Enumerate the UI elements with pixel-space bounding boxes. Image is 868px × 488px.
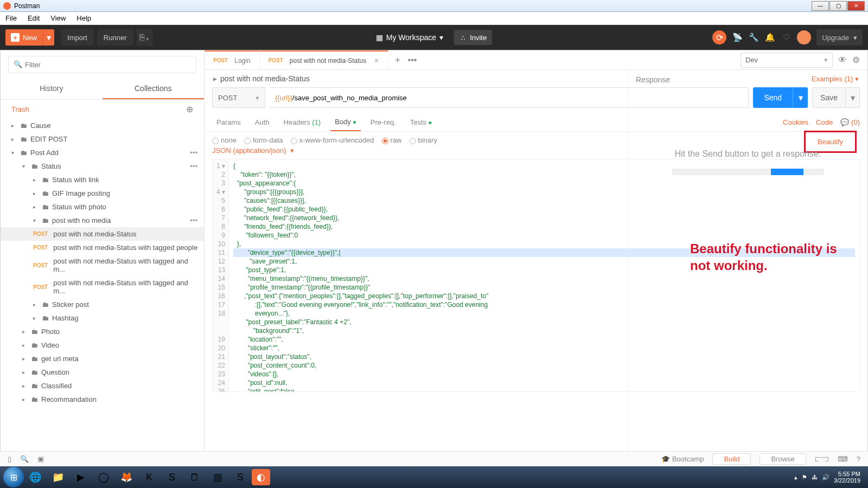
console-icon[interactable]: ▣ xyxy=(37,455,44,463)
tray-network-icon[interactable]: 🖧 xyxy=(812,474,818,480)
item-menu-icon[interactable]: ••• xyxy=(190,216,197,224)
invite-button[interactable]: ⛬Invite xyxy=(454,30,492,45)
two-pane-icon[interactable]: ⫍⫎ xyxy=(815,455,829,463)
taskbar-xampp-icon[interactable]: ▥ xyxy=(206,468,229,486)
bootcamp-link[interactable]: 🎓 Bootcamp xyxy=(661,455,704,463)
minimize-button[interactable]: — xyxy=(812,1,829,11)
folder-item[interactable]: ▸🖿Classified xyxy=(1,379,204,393)
find-icon[interactable]: 🔍 xyxy=(20,455,29,463)
folder-item[interactable]: ▸🖿Status with link xyxy=(1,173,204,187)
folder-item[interactable]: ▾🖿Post Add••• xyxy=(1,146,204,159)
tray-chevron-icon[interactable]: ▴ xyxy=(794,474,797,481)
taskbar-skype-icon[interactable]: S xyxy=(161,468,183,486)
annotation: Beautify functionality is not working. xyxy=(690,240,837,274)
taskbar-media-icon[interactable]: ▶ xyxy=(69,468,92,486)
new-dropdown[interactable]: ▾ xyxy=(42,29,54,46)
tray-flag-icon[interactable]: ⚑ xyxy=(802,474,807,481)
item-menu-icon[interactable]: ••• xyxy=(190,162,197,170)
avatar[interactable] xyxy=(797,30,811,44)
runner-button[interactable]: Runner xyxy=(97,29,133,46)
request-tab-active[interactable]: POST post with not media-Status ✕ xyxy=(260,50,389,69)
new-button[interactable]: +New xyxy=(5,29,42,46)
taskbar-firefox-icon[interactable]: 🦊 xyxy=(115,468,138,486)
eye-icon[interactable]: 👁 xyxy=(838,55,847,65)
menu-view[interactable]: View xyxy=(45,14,71,22)
keyboard-icon[interactable]: ⌨ xyxy=(838,455,848,463)
capture-button[interactable]: ⎘▾ xyxy=(137,29,153,46)
request-item[interactable]: POSTpost with not media-Status xyxy=(1,227,204,241)
tab-auth[interactable]: Auth xyxy=(251,114,274,131)
folder-item[interactable]: ▸🖿Hashtag xyxy=(1,311,204,325)
tab-collections[interactable]: Collections xyxy=(103,79,205,99)
tab-headers[interactable]: Headers (1) xyxy=(279,114,326,131)
new-tab-button[interactable]: + xyxy=(395,55,400,65)
taskbar-postman-icon[interactable]: ◐ xyxy=(252,469,270,485)
request-item[interactable]: POSTpost with not media-Status with tagg… xyxy=(1,254,204,276)
body-xwww[interactable]: x-www-form-urlencoded xyxy=(291,136,374,144)
body-raw[interactable]: raw xyxy=(382,136,402,144)
gear-icon[interactable]: ⚙ xyxy=(852,55,860,65)
folder-item[interactable]: ▸🖿Photo xyxy=(1,325,204,338)
menu-help[interactable]: Help xyxy=(71,14,97,22)
wrench-icon[interactable]: 🔧 xyxy=(748,33,759,42)
folder-item[interactable]: ▾🖿post with no media••• xyxy=(1,214,204,227)
body-binary[interactable]: binary xyxy=(410,136,437,144)
folder-item[interactable]: ▾🖿Status••• xyxy=(1,159,204,173)
folder-item[interactable]: ▸🖿Question xyxy=(1,365,204,379)
trash-link[interactable]: Trash xyxy=(11,105,29,113)
sync-icon[interactable]: ⟳ xyxy=(712,30,726,44)
folder-item[interactable]: ▸🖿Cause xyxy=(1,119,204,132)
browse-toggle[interactable]: Browse xyxy=(760,453,806,465)
start-button[interactable]: ⊞ xyxy=(3,467,24,487)
build-toggle[interactable]: Build xyxy=(712,453,751,465)
collections-tree: ▸🖿Cause▸🖿EDIT POST▾🖿Post Add•••▾🖿Status•… xyxy=(1,119,204,461)
tray-clock[interactable]: 5:55 PM 3/22/2019 xyxy=(834,471,860,484)
tray-volume-icon[interactable]: 🔊 xyxy=(822,474,829,481)
request-tab-login[interactable]: POST Login xyxy=(205,50,260,69)
folder-item[interactable]: ▸🖿Sticker post xyxy=(1,298,204,311)
environment-select[interactable]: Dev▾ xyxy=(741,53,833,68)
satellite-icon[interactable]: 📡 xyxy=(732,33,743,42)
tab-params[interactable]: Params xyxy=(212,114,245,131)
upgrade-button[interactable]: Upgrade▾ xyxy=(816,29,863,46)
taskbar-explorer-icon[interactable]: 📁 xyxy=(47,468,69,486)
close-button[interactable]: ✕ xyxy=(847,1,865,11)
close-icon[interactable]: ✕ xyxy=(374,57,379,65)
sidebar-toggle-icon[interactable]: ▯ xyxy=(8,455,11,463)
tab-options-icon[interactable]: ••• xyxy=(408,55,417,65)
filter-input[interactable] xyxy=(8,56,196,73)
body-none[interactable]: none xyxy=(212,136,237,144)
body-formdata[interactable]: form-data xyxy=(244,136,283,144)
folder-item[interactable]: ▸🖿GIF Image posting xyxy=(1,187,204,200)
folder-item[interactable]: ▸🖿Status with photo xyxy=(1,200,204,214)
tab-prereq[interactable]: Pre-req. xyxy=(366,114,400,131)
windows-taskbar: ⊞ 🌐 📁 ▶ ◯ 🦊 K S 🗒 ▥ S ◐ ▴ ⚑ 🖧 🔊 5:55 PM … xyxy=(0,466,868,488)
tab-history[interactable]: History xyxy=(1,79,103,99)
request-item[interactable]: POSTpost with not media-Status with tagg… xyxy=(1,241,204,254)
folder-item[interactable]: ▸🖿Video xyxy=(1,338,204,352)
taskbar-notes-icon[interactable]: 🗒 xyxy=(183,468,206,486)
method-select[interactable]: POST▾ xyxy=(212,87,265,108)
import-button[interactable]: Import xyxy=(61,29,94,46)
folder-item[interactable]: ▸🖿get url meta xyxy=(1,352,204,365)
main-panel: POST Login POST post with not media-Stat… xyxy=(205,50,867,461)
taskbar-chrome-icon[interactable]: ◯ xyxy=(92,468,115,486)
menu-file[interactable]: File xyxy=(0,14,22,22)
workspace-selector[interactable]: ▦ My Workspace ▾ ⛬Invite xyxy=(376,30,492,45)
folder-item[interactable]: ▸🖿Recommandation xyxy=(1,393,204,406)
taskbar-sublime-icon[interactable]: S xyxy=(229,468,252,486)
taskbar-app-icon[interactable]: K xyxy=(138,468,161,486)
heart-icon[interactable]: ♡ xyxy=(781,33,792,42)
menu-edit[interactable]: Edit xyxy=(22,14,45,22)
bell-icon[interactable]: 🔔 xyxy=(764,33,775,42)
tab-body[interactable]: Body • xyxy=(330,113,361,131)
maximize-button[interactable]: ▢ xyxy=(829,1,847,11)
request-item[interactable]: POSTpost with not media-Status with tagg… xyxy=(1,276,204,298)
new-collection-icon[interactable]: ⊕ xyxy=(186,104,193,114)
folder-item[interactable]: ▸🖿EDIT POST xyxy=(1,132,204,146)
breadcrumb-caret[interactable]: ▸ xyxy=(213,74,217,83)
help-icon[interactable]: ? xyxy=(857,455,860,463)
taskbar-ie-icon[interactable]: 🌐 xyxy=(24,468,47,486)
tab-tests[interactable]: Tests • xyxy=(406,114,436,131)
item-menu-icon[interactable]: ••• xyxy=(190,149,197,157)
